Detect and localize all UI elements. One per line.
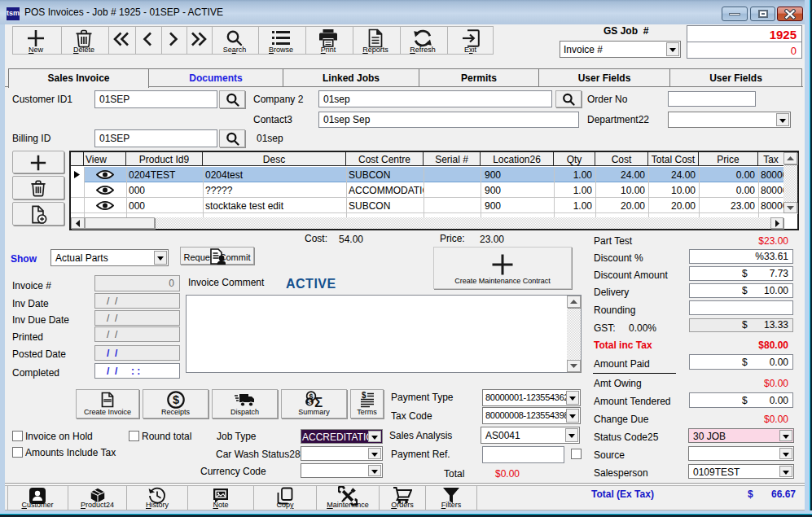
- svg-text:$: $: [172, 393, 178, 406]
- svg-text:Σ: Σ: [314, 395, 323, 410]
- svg-text:$: $: [362, 391, 366, 400]
- svg-text:$: $: [307, 398, 311, 406]
